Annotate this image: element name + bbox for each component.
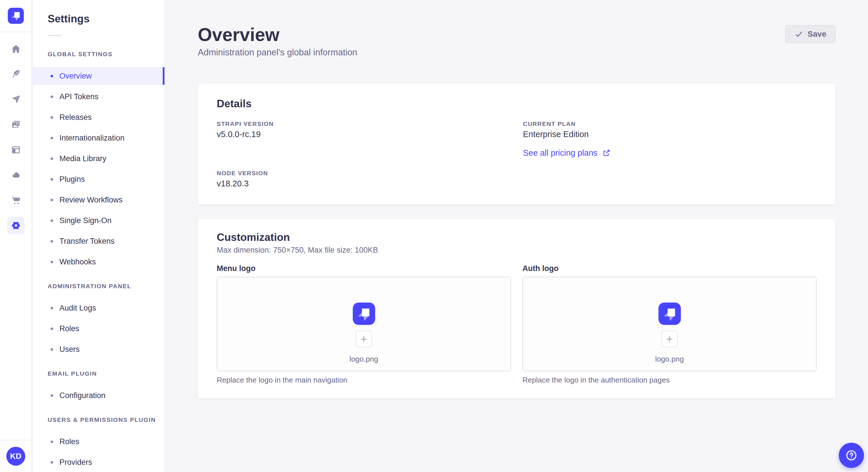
nav-section-label: USERS & PERMISSIONS PLUGIN: [48, 416, 164, 423]
plus-icon: [360, 335, 368, 343]
plus-icon: [665, 335, 673, 343]
customization-card-title: Customization: [217, 231, 817, 243]
bullet-dot: [51, 461, 53, 464]
bullet-dot: [51, 75, 53, 77]
bullet-dot: [51, 158, 53, 160]
sidebar-item-roles[interactable]: Roles: [33, 433, 164, 450]
nav-section: ADMINISTRATION PANELAudit LogsRolesUsers: [33, 283, 164, 358]
bullet-dot: [51, 96, 53, 98]
sidebar-item-label: Webhooks: [59, 258, 96, 266]
cloud-icon[interactable]: [7, 166, 24, 183]
sidebar-item-label: Configuration: [59, 391, 105, 400]
nav-items: Configuration: [33, 386, 164, 404]
sidebar-item-label: Providers: [59, 458, 92, 467]
save-button[interactable]: Save: [785, 25, 836, 43]
strapi-logo-thumbnail: [353, 303, 375, 325]
bullet-dot: [51, 307, 53, 309]
sidebar-item-label: Releases: [59, 113, 92, 122]
sidebar-item-label: Roles: [59, 324, 79, 333]
add-logo-button[interactable]: [355, 331, 372, 347]
sidebar-item-webhooks[interactable]: Webhooks: [33, 253, 164, 271]
rail-logo-area: [0, 0, 32, 32]
sidebar-item-configuration[interactable]: Configuration: [33, 386, 164, 404]
pricing-plans-link-label: See all pricing plans: [523, 148, 598, 158]
menu-logo-label: Menu logo: [217, 264, 511, 273]
feather-icon[interactable]: [7, 65, 24, 82]
sidebar-item-audit-logs[interactable]: Audit Logs: [33, 299, 164, 317]
nav-items: RolesProviders: [33, 433, 164, 471]
bullet-dot: [51, 261, 53, 263]
sidebar-item-api-tokens[interactable]: API Tokens: [33, 88, 164, 105]
sidebar-item-transfer-tokens[interactable]: Transfer Tokens: [33, 232, 164, 250]
menu-logo-dropzone: logo.png: [217, 277, 511, 371]
page-title: Overview: [198, 24, 836, 45]
current-plan-field: CURRENT PLAN Enterprise Edition See all …: [523, 120, 817, 158]
auth-logo-tile: Auth logo lo: [522, 264, 817, 384]
layout-icon[interactable]: [7, 141, 24, 158]
sidebar-item-media-library[interactable]: Media Library: [33, 150, 164, 167]
marketplace-cart-icon[interactable]: [7, 192, 24, 209]
page-subtitle: Administration panel's global informatio…: [198, 47, 836, 58]
paper-plane-icon[interactable]: [7, 91, 24, 108]
sidebar-item-overview[interactable]: Overview: [33, 67, 164, 85]
strapi-version-field: STRAPI VERSION v5.0.0-rc.19: [217, 120, 510, 158]
bullet-dot: [51, 137, 53, 139]
active-indicator: [163, 67, 164, 85]
sidebar-item-label: Roles: [59, 437, 79, 446]
subnav-title: Settings: [48, 12, 164, 25]
add-logo-button[interactable]: [661, 331, 678, 347]
pricing-plans-link[interactable]: See all pricing plans: [523, 148, 611, 158]
sidebar-item-label: Users: [59, 345, 80, 354]
sidebar-item-roles[interactable]: Roles: [33, 320, 164, 338]
nav-section: EMAIL PLUGINConfiguration: [33, 370, 164, 404]
details-grid: STRAPI VERSION v5.0.0-rc.19 CURRENT PLAN…: [217, 120, 817, 189]
nav-section-label: EMAIL PLUGIN: [48, 370, 164, 377]
rail-user-area: KD: [0, 440, 32, 472]
strapi-logo-thumbnail: [658, 303, 681, 325]
nav-section-label: ADMINISTRATION PANEL: [48, 283, 164, 290]
question-mark-icon: [845, 449, 858, 462]
external-link-icon: [602, 148, 611, 157]
sidebar-item-label: API Tokens: [59, 92, 98, 101]
bullet-dot: [51, 220, 53, 222]
sidebar-item-review-workflows[interactable]: Review Workflows: [33, 191, 164, 209]
sidebar-item-users[interactable]: Users: [33, 340, 164, 358]
strapi-logo[interactable]: [8, 8, 24, 24]
logo-filename: logo.png: [655, 355, 684, 364]
auth-logo-caption: Replace the logo in the authentication p…: [522, 375, 817, 384]
check-icon: [795, 30, 803, 38]
sidebar-item-plugins[interactable]: Plugins: [33, 170, 164, 188]
auth-logo-label: Auth logo: [522, 264, 817, 273]
sidebar-item-label: Audit Logs: [59, 304, 96, 312]
settings-subnav: Settings GLOBAL SETTINGSOverviewAPI Toke…: [33, 0, 165, 472]
bullet-dot: [51, 328, 53, 330]
sidebar-item-single-sign-on[interactable]: Single Sign-On: [33, 212, 164, 229]
user-avatar[interactable]: KD: [6, 447, 25, 466]
details-card-title: Details: [217, 98, 817, 110]
customization-card: Customization Max dimension: 750×750, Ma…: [198, 219, 836, 398]
field-label: CURRENT PLAN: [523, 120, 817, 128]
sidebar-item-providers[interactable]: Providers: [33, 453, 164, 471]
sidebar-item-label: Plugins: [59, 175, 85, 184]
field-value: v5.0.0-rc.19: [217, 129, 510, 140]
sidebar-item-label: Single Sign-On: [59, 216, 112, 225]
node-version-field: NODE VERSION v18.20.3: [217, 169, 510, 189]
bullet-dot: [51, 348, 53, 351]
help-button[interactable]: [839, 443, 864, 468]
bullet-dot: [51, 116, 53, 119]
home-icon[interactable]: [7, 40, 24, 57]
bullet-dot: [51, 394, 53, 397]
settings-gear-icon[interactable]: [7, 217, 24, 234]
nav-section-label: GLOBAL SETTINGS: [48, 51, 164, 58]
field-label: STRAPI VERSION: [217, 120, 510, 128]
save-button-label: Save: [808, 30, 826, 39]
media-library-icon[interactable]: [7, 116, 24, 133]
customization-card-subtitle: Max dimension: 750×750, Max file size: 1…: [217, 245, 817, 255]
nav-items: OverviewAPI TokensReleasesInternationali…: [33, 67, 164, 271]
field-label: NODE VERSION: [217, 169, 510, 177]
sidebar-item-releases[interactable]: Releases: [33, 108, 164, 126]
sidebar-item-label: Review Workflows: [59, 196, 123, 204]
sidebar-item-label: Internationalization: [59, 134, 125, 142]
sidebar-item-internationalization[interactable]: Internationalization: [33, 129, 164, 147]
page-header: Overview Administration panel's global i…: [166, 0, 868, 58]
